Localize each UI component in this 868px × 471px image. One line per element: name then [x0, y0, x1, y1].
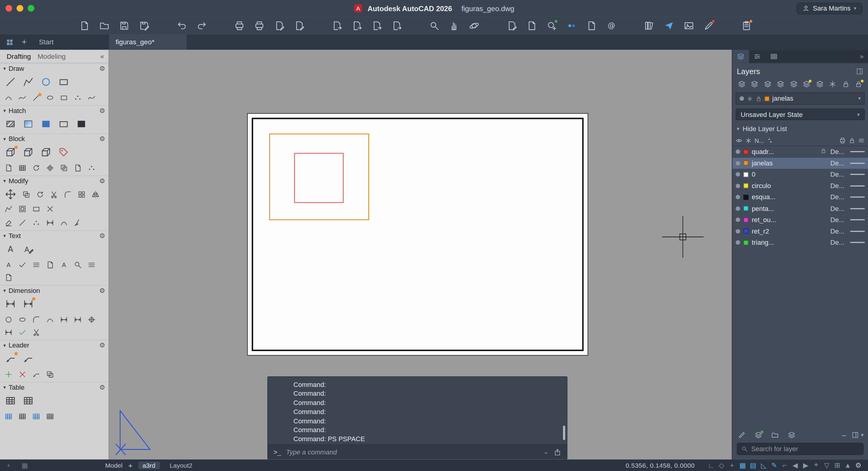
layer-row-circulo[interactable]: circuloDe... — [733, 180, 868, 192]
sync-attributes-tool[interactable] — [30, 162, 42, 174]
lengthen-tool[interactable] — [58, 217, 70, 229]
continue-dimension-tool[interactable] — [2, 327, 15, 338]
selection-filter-icon[interactable]: ▽ — [822, 461, 832, 470]
insert-block-tool[interactable] — [2, 144, 19, 160]
layer-row-penta-[interactable]: penta...De... — [733, 203, 868, 214]
section-header-draw[interactable]: ▾Draw⚙ — [0, 63, 108, 73]
set-base-point-tool[interactable] — [44, 162, 56, 174]
page-setup-button[interactable] — [273, 19, 286, 32]
clean-tool[interactable] — [71, 217, 84, 229]
layer-lock-button[interactable] — [841, 80, 850, 88]
solid-fill-tool[interactable] — [38, 116, 54, 132]
tab-modeling[interactable]: Modeling — [37, 53, 65, 60]
workspace-icon[interactable]: ⊞ — [832, 461, 843, 470]
layer-color-swatch[interactable] — [744, 149, 749, 154]
layout-tab-a3rd[interactable]: a3rd — [138, 461, 160, 469]
erase-tool[interactable] — [2, 217, 15, 229]
layer-row-janelas[interactable]: janelasDe... — [733, 158, 868, 169]
new-layer-button[interactable] — [753, 431, 764, 439]
arc-length-dimension-tool[interactable] — [44, 314, 56, 325]
layer-on-dot[interactable] — [736, 241, 740, 245]
ordinate-dimension-tool[interactable] — [71, 314, 84, 325]
command-scrollbar[interactable] — [563, 426, 565, 440]
section-collapse-icon[interactable]: ▾ — [3, 66, 6, 71]
divide-tool[interactable] — [30, 217, 42, 229]
collect-leaders-tool[interactable] — [44, 369, 56, 380]
layer-row-esqua-[interactable]: esqua...De... — [733, 192, 868, 203]
section-header-dimension[interactable]: ▾Dimension⚙ — [0, 285, 108, 295]
island-detection-tool[interactable] — [73, 116, 90, 132]
section-collapse-icon[interactable]: ▾ — [3, 385, 6, 390]
stretch-tool[interactable] — [30, 203, 42, 215]
section-header-modify[interactable]: ▾Modify⚙ — [0, 176, 108, 186]
palette-grid-icon[interactable]: ▦ — [22, 461, 28, 469]
recent-commands-chevron-icon[interactable]: ⌄ — [544, 448, 549, 456]
tab-drafting[interactable]: Drafting — [7, 53, 31, 60]
layer-row-0[interactable]: 0De... — [733, 169, 868, 180]
layer-color-swatch[interactable] — [744, 195, 749, 200]
align-leaders-tool[interactable] — [30, 369, 42, 380]
layer-color-swatch[interactable] — [744, 229, 749, 234]
array-tool[interactable] — [75, 188, 88, 200]
layer-color-swatch[interactable] — [744, 172, 749, 177]
share-drawing-button[interactable] — [662, 19, 675, 32]
dynamic-input-icon[interactable]: ✎ — [769, 461, 779, 470]
export-dwf-button[interactable] — [370, 19, 383, 32]
region-tool[interactable] — [58, 92, 70, 104]
radius-dimension-tool[interactable] — [2, 314, 15, 325]
batch-plot-button[interactable] — [253, 19, 266, 32]
annotation-monitor-icon[interactable]: ∟ — [706, 461, 716, 469]
layer-color-swatch[interactable] — [744, 240, 749, 245]
layer-on-dot[interactable] — [736, 184, 740, 188]
layer-color-swatch[interactable] — [744, 161, 749, 166]
layer-row-quadr-[interactable]: quadr...De... — [733, 146, 868, 158]
layer-on-dot[interactable] — [736, 150, 740, 154]
sort-icon[interactable] — [767, 137, 773, 144]
pan-button[interactable] — [447, 19, 461, 32]
section-collapse-icon[interactable]: ▾ — [3, 233, 6, 238]
aligned-dimension-tool[interactable] — [20, 296, 36, 312]
fillet-tool[interactable] — [61, 188, 74, 200]
measure-button[interactable] — [505, 19, 518, 32]
spline-tool[interactable] — [16, 92, 29, 104]
redo-button[interactable] — [195, 19, 208, 32]
open-file-button[interactable] — [97, 19, 111, 32]
plot-column-icon[interactable] — [839, 137, 846, 144]
section-header-text[interactable]: ▾Text⚙ — [0, 230, 108, 241]
save-as-button[interactable] — [137, 19, 151, 32]
data-link-button[interactable] — [604, 19, 618, 32]
zoom-window-button[interactable] — [427, 19, 441, 32]
hatch-tool[interactable] — [2, 116, 19, 132]
layer-row-ret-ou-[interactable]: ret_ou...De... — [733, 214, 868, 226]
freeze-column-icon[interactable] — [745, 137, 752, 144]
gear-icon[interactable]: ⚙ — [99, 384, 105, 391]
define-attribute-tool[interactable] — [2, 162, 15, 174]
text-align-tool[interactable] — [30, 259, 42, 271]
spell-check-tool[interactable] — [16, 259, 29, 271]
layer-on-dot[interactable] — [736, 207, 740, 211]
new-layout-button[interactable]: + — [128, 461, 133, 469]
external-reference-button[interactable] — [585, 19, 598, 32]
export-pdf-button[interactable] — [350, 19, 363, 32]
edit-polyline-tool[interactable] — [2, 203, 15, 215]
sheets-tab[interactable] — [766, 50, 782, 63]
gear-icon[interactable]: ⚙ — [99, 177, 105, 185]
orbit-button[interactable] — [467, 19, 480, 32]
snap-mode-icon[interactable]: ▤ — [748, 461, 758, 470]
boundary-tool[interactable] — [56, 116, 72, 132]
manage-attributes-tool[interactable] — [16, 162, 29, 174]
gear-icon[interactable]: ⚙ — [99, 65, 105, 73]
export-block-tool[interactable] — [71, 162, 84, 174]
section-collapse-icon[interactable]: ▾ — [3, 178, 6, 184]
dock-panel-icon[interactable] — [856, 67, 864, 75]
layer-search-field[interactable]: Search for layer — [737, 443, 864, 455]
layer-color-swatch[interactable] — [744, 183, 749, 188]
plot-button[interactable] — [232, 19, 246, 32]
align-tool[interactable] — [44, 217, 56, 229]
publish-button[interactable] — [330, 19, 343, 32]
count-blocks-tool[interactable] — [85, 162, 98, 174]
fullscreen-window-button[interactable] — [28, 5, 34, 12]
polyline-tool[interactable] — [20, 74, 36, 90]
gear-icon[interactable]: ⚙ — [99, 232, 105, 240]
copy-tool[interactable] — [20, 188, 33, 200]
